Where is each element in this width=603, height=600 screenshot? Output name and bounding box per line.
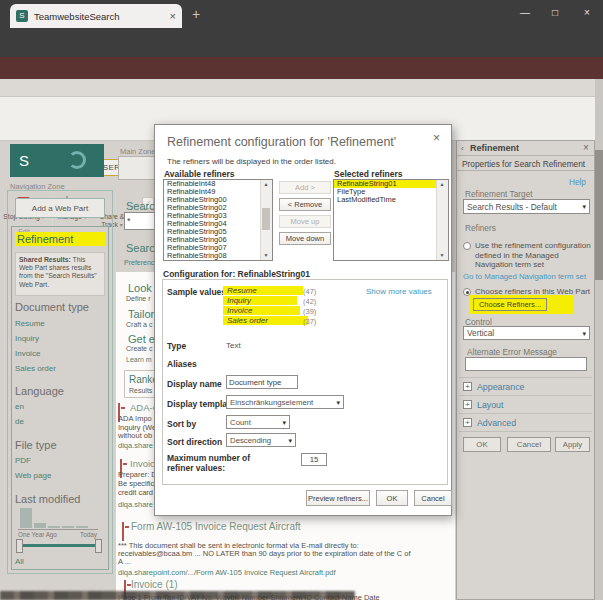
date-range-slider[interactable] <box>16 539 100 551</box>
panel-cancel-button[interactable]: Cancel <box>507 437 551 452</box>
refiner-link[interactable]: Sales order <box>15 364 56 373</box>
result-title[interactable]: Invoic <box>130 458 155 469</box>
display-name-input[interactable] <box>226 375 298 389</box>
refinement-target-label: Refinement Target <box>465 189 533 199</box>
tool-pane-close-icon[interactable]: × <box>583 142 589 153</box>
available-refiners-listbox[interactable]: RefinableInt48 RefinableInt49 RefinableS… <box>163 179 273 261</box>
refiner-link[interactable]: en <box>15 402 24 411</box>
result-url[interactable]: diqa.share <box>118 500 153 509</box>
control-select[interactable]: Vertical ▾ <box>463 326 590 340</box>
last-modified-all-link[interactable]: All <box>15 557 24 566</box>
refinement-target-select[interactable]: Search Results - Default ▾ <box>463 199 590 214</box>
window-close-icon[interactable]: × <box>584 7 590 18</box>
sample-value: Inquiry <box>223 296 297 305</box>
remove-refiner-button[interactable]: < Remove <box>279 198 331 211</box>
browser-window: S TeamwebsiteSearch × + — □ × ← → ↻ http… <box>0 0 603 600</box>
alternate-error-message-label: Alternate Error Message <box>467 347 557 357</box>
listbox-item-selected[interactable]: RefinableString01 <box>334 180 440 188</box>
listbox-item[interactable]: RefinableString03 <box>164 212 272 220</box>
slider-handle-left[interactable] <box>16 539 23 553</box>
result-snippet: A ... <box>118 557 131 566</box>
listbox-item[interactable]: RefinableInt49 <box>164 188 272 196</box>
dialog-close-icon[interactable]: × <box>433 131 440 145</box>
tool-pane-header: ‹ Refinement × <box>457 141 594 156</box>
refiner-link[interactable]: Invoice <box>15 349 40 358</box>
section-layout[interactable]: Layout <box>477 400 503 410</box>
selected-refiners-listbox[interactable]: RefinableString01 FileType LastModifiedT… <box>333 179 449 261</box>
scroll-down-icon[interactable]: ▼ <box>261 251 271 260</box>
maximize-icon[interactable]: □ <box>552 7 558 18</box>
ok-button[interactable]: OK <box>376 490 408 506</box>
sharepoint-swirl-icon <box>68 151 86 169</box>
expand-plus-icon[interactable]: + <box>463 382 472 391</box>
preview-refiners-button[interactable]: Preview refiners... <box>306 490 370 506</box>
scrollbar-thumb[interactable] <box>262 208 270 230</box>
result-title[interactable]: Invoice (1) <box>131 579 178 590</box>
add-refiner-button[interactable]: Add > <box>279 181 331 194</box>
expand-plus-icon[interactable]: + <box>463 400 472 409</box>
pdf-file-icon <box>122 522 124 541</box>
expand-plus-icon[interactable]: + <box>463 418 472 427</box>
listbox-item[interactable]: RefinableString07 <box>164 244 272 252</box>
refiner-link[interactable]: de <box>15 417 24 426</box>
show-more-values-link[interactable]: Show more values <box>366 287 432 296</box>
panel-apply-button[interactable]: Apply <box>555 437 590 452</box>
listbox-item[interactable]: RefinableString05 <box>164 228 272 236</box>
listbox-item[interactable]: RefinableInt48 <box>164 180 272 188</box>
slider-handle-right[interactable] <box>95 539 102 553</box>
help-link[interactable]: Help <box>569 177 586 187</box>
max-refi ner-values-label: Maximum number of <box>167 453 250 463</box>
listbox-item[interactable]: FileType <box>334 188 448 196</box>
refiner-link[interactable]: PDF <box>15 456 31 465</box>
sort-by-select[interactable]: Count ▾ <box>226 415 290 429</box>
add-web-part-button[interactable]: Add a Web Part <box>15 198 105 218</box>
result-title[interactable]: Form AW-105 Invoice Request Aircraft <box>131 521 301 532</box>
refinement-web-part-title[interactable]: Refinement <box>15 232 105 246</box>
listbox-item[interactable]: LastModifiedTime <box>334 196 448 204</box>
move-up-button[interactable]: Move up <box>279 215 331 228</box>
move-down-button[interactable]: Move down <box>279 232 331 245</box>
listbox-scrollbar[interactable]: ▲ ▼ <box>436 180 448 260</box>
sort-direction-label: Sort direction <box>167 437 222 447</box>
refinement-target-value: Search Results - Default <box>467 202 557 212</box>
listbox-item[interactable]: RefinableString02 <box>164 204 272 212</box>
tab-close-icon[interactable]: × <box>170 10 176 22</box>
histogram-bar <box>34 523 46 528</box>
section-advanced[interactable]: Advanced <box>477 418 516 428</box>
sample-count: (42) <box>303 297 316 306</box>
learn-more-link[interactable]: Learn m <box>126 356 152 363</box>
sort-direction-select[interactable]: Descending ▾ <box>226 433 296 447</box>
promo-title[interactable]: Look <box>128 282 152 294</box>
site-logo-tile[interactable]: S <box>10 144 104 177</box>
minimize-icon[interactable]: — <box>520 7 530 18</box>
choose-refiners-button[interactable]: Choose Refiners... <box>473 298 547 311</box>
managed-navigation-link[interactable]: Go to Managed Navigation term set <box>463 272 586 281</box>
new-tab-icon[interactable]: + <box>192 7 200 21</box>
section-divider <box>459 377 592 378</box>
refiner-link[interactable]: Web page <box>15 471 51 480</box>
listbox-item[interactable]: RefinableString00 <box>164 196 272 204</box>
scroll-up-icon[interactable]: ▲ <box>437 180 447 189</box>
listbox-item[interactable]: RefinableString04 <box>164 220 272 228</box>
promo-title[interactable]: Tailor <box>128 308 154 320</box>
page-scrollbar-thumb[interactable] <box>595 150 603 280</box>
scroll-up-icon[interactable]: ▲ <box>261 180 271 189</box>
alternate-error-message-input[interactable] <box>465 357 587 371</box>
panel-ok-button[interactable]: OK <box>463 437 501 452</box>
result-url[interactable]: diqa.sharepoint.com/.../Form AW-105 Invo… <box>118 568 336 577</box>
result-url[interactable]: diqa.share <box>118 441 153 450</box>
last-modified-histogram <box>18 506 98 530</box>
collapse-chevron-icon[interactable]: ‹ <box>461 144 464 153</box>
scroll-down-icon[interactable]: ▼ <box>437 251 447 260</box>
listbox-item[interactable]: RefinableString06 <box>164 236 272 244</box>
max-refiner-values-input[interactable] <box>301 453 327 466</box>
cancel-button[interactable]: Cancel <box>414 490 452 506</box>
display-template-select[interactable]: Einschränkungselement ▾ <box>226 395 344 409</box>
browser-tab[interactable]: S TeamwebsiteSearch × <box>10 4 182 28</box>
managed-navigation-radio[interactable] <box>463 242 471 250</box>
refiner-link[interactable]: Inquiry <box>15 334 39 343</box>
listbox-scrollbar[interactable]: ▲ ▼ <box>260 180 272 260</box>
refiner-link[interactable]: Resume <box>15 319 45 328</box>
section-appearance[interactable]: Appearance <box>477 382 524 392</box>
listbox-item[interactable]: RefinableString08 <box>164 252 272 260</box>
